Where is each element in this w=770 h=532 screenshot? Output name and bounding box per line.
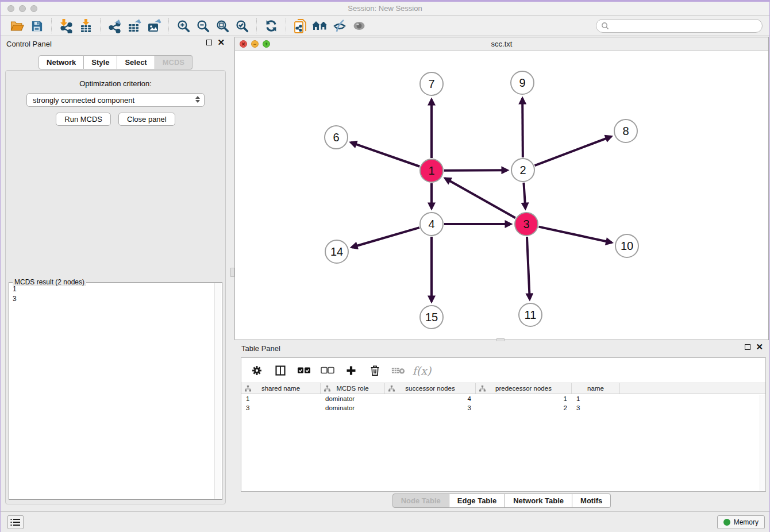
edge-3-1[interactable] — [445, 178, 515, 218]
column-header-mcds-role[interactable]: MCDS role — [321, 383, 385, 394]
import-network-button[interactable] — [56, 17, 76, 34]
graph-node-4[interactable]: 4 — [419, 212, 444, 236]
save-session-button[interactable] — [27, 17, 47, 34]
search-field[interactable] — [596, 19, 763, 33]
close-table-panel-icon[interactable]: ✕ — [756, 344, 763, 350]
column-header-successor-nodes[interactable]: successor nodes — [385, 383, 476, 394]
clone-network-button[interactable] — [291, 17, 310, 34]
table-cell[interactable]: 1 — [241, 395, 321, 402]
table-cell[interactable]: 3 — [241, 404, 321, 411]
table-cell[interactable]: 4 — [385, 395, 476, 402]
zoom-out-icon — [196, 19, 210, 33]
table-row[interactable]: 1dominator411 — [241, 394, 765, 403]
optimization-criterion-select[interactable]: strongly connected component — [26, 93, 205, 107]
network-window-title: scc.txt — [235, 37, 768, 51]
edge-1-2[interactable] — [444, 170, 507, 171]
table-row[interactable]: 3dominator323 — [241, 403, 765, 413]
memory-button[interactable]: Memory — [717, 515, 765, 529]
zoom-out-button[interactable] — [193, 17, 213, 34]
table-cell[interactable]: 3 — [385, 404, 476, 411]
zoom-window-button[interactable] — [30, 5, 37, 12]
export-network-button[interactable] — [105, 17, 125, 34]
show-column-panel-button[interactable] — [273, 363, 288, 378]
tab-network[interactable]: Network — [38, 55, 84, 70]
tab-style[interactable]: Style — [84, 55, 117, 70]
graph-node-10[interactable]: 10 — [615, 234, 639, 258]
table-cell[interactable]: 1 — [572, 395, 620, 402]
graph-node-14[interactable]: 14 — [325, 240, 349, 264]
table-settings-button[interactable] — [249, 363, 264, 378]
graph-node-1[interactable]: 1 — [419, 159, 444, 183]
edge-2-8[interactable] — [535, 137, 611, 166]
graph-node-11[interactable]: 11 — [518, 303, 542, 327]
create-column-button[interactable] — [344, 363, 359, 378]
graph-node-8[interactable]: 8 — [614, 119, 638, 143]
edge-2-9[interactable] — [522, 98, 523, 157]
tab-motifs[interactable]: Motifs — [572, 494, 611, 508]
zoom-selected-button[interactable] — [232, 17, 252, 34]
table-cell[interactable]: 2 — [476, 404, 572, 411]
first-neighbors-button[interactable] — [310, 17, 330, 34]
export-table-icon — [127, 18, 143, 33]
search-input[interactable] — [612, 22, 762, 30]
table-scrollbar[interactable] — [760, 395, 765, 491]
close-window-button[interactable] — [7, 5, 14, 12]
graph-node-9[interactable]: 9 — [510, 71, 534, 95]
window-titlebar: Session: New Session — [1, 2, 769, 16]
edge-1-6[interactable] — [351, 142, 419, 167]
network-minimize-button[interactable]: − — [251, 40, 259, 48]
edge-3-10[interactable] — [538, 227, 611, 243]
column-header-name[interactable]: name — [572, 383, 620, 394]
import-table-button[interactable] — [76, 17, 95, 34]
toolbar-separator — [51, 18, 52, 33]
column-header-shared-name[interactable]: shared name — [241, 383, 321, 394]
export-table-button[interactable] — [125, 17, 144, 34]
edge-4-14[interactable] — [352, 228, 419, 247]
table-cell[interactable]: dominator — [321, 395, 385, 402]
table-cell[interactable]: 3 — [572, 404, 620, 411]
first-neighbors-houses-icon — [311, 19, 329, 33]
graph-node-2[interactable]: 2 — [511, 158, 535, 182]
edge-2-3[interactable] — [523, 183, 525, 209]
network-close-button[interactable]: ✕ — [240, 40, 247, 48]
float-table-panel-icon[interactable] — [745, 344, 750, 350]
delete-column-button[interactable] — [367, 363, 382, 378]
run-mcds-button[interactable]: Run MCDS — [56, 113, 111, 126]
graph-node-7[interactable]: 7 — [419, 72, 444, 96]
zoom-fit-button[interactable] — [213, 17, 232, 34]
network-window-titlebar[interactable]: ✕ − + scc.txt — [235, 37, 768, 51]
close-panel-button[interactable]: Close panel — [118, 113, 175, 126]
tab-edge-table[interactable]: Edge Table — [449, 494, 505, 508]
select-all-columns-button[interactable] — [297, 363, 311, 378]
graph-node-15[interactable]: 15 — [419, 305, 444, 329]
minimize-window-button[interactable] — [19, 5, 26, 12]
edge-3-11[interactable] — [527, 237, 530, 299]
network-canvas[interactable]: 7968124314101511 — [235, 52, 768, 340]
show-all-button[interactable] — [349, 17, 369, 34]
float-panel-icon[interactable] — [206, 40, 212, 45]
graph-node-6[interactable]: 6 — [324, 125, 348, 149]
edge-layer — [235, 52, 768, 340]
tab-mcds[interactable]: MCDS — [155, 55, 192, 70]
graph-node-3[interactable]: 3 — [514, 212, 538, 236]
task-history-button[interactable] — [7, 515, 24, 529]
hide-selected-button[interactable] — [330, 17, 349, 34]
tab-network-table[interactable]: Network Table — [505, 494, 572, 508]
export-image-button[interactable] — [144, 17, 164, 34]
table-cell[interactable]: dominator — [321, 404, 385, 411]
open-folder-icon — [10, 20, 25, 33]
network-maximize-button[interactable]: + — [263, 40, 270, 48]
result-scrollbar[interactable] — [214, 283, 221, 499]
tab-node-table[interactable]: Node Table — [392, 494, 449, 508]
deselect-all-columns-button[interactable] — [320, 363, 335, 378]
close-panel-icon[interactable]: ✕ — [217, 40, 225, 45]
column-header-predecessor-nodes[interactable]: predecessor nodes — [476, 383, 572, 394]
mcds-result-list[interactable]: 13 — [9, 284, 214, 499]
open-session-button[interactable] — [7, 17, 27, 34]
tab-select[interactable]: Select — [117, 55, 155, 70]
table-cell[interactable]: 1 — [476, 395, 572, 402]
splitter-grip[interactable] — [230, 268, 234, 277]
zoom-in-button[interactable] — [174, 17, 193, 34]
refresh-button[interactable] — [261, 17, 281, 34]
panel-splitter[interactable] — [230, 37, 234, 511]
